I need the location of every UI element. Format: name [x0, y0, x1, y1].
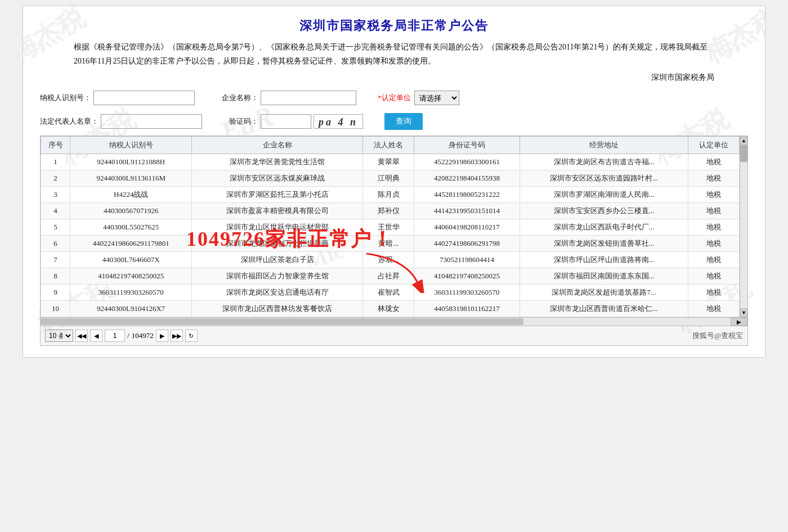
table-cell: 深圳市龙龙区美创万士拦坝善商 — [192, 236, 363, 252]
table-cell: 深圳市坪山区坪山街道路将南... — [520, 252, 688, 268]
header-row: 序号 纳税人识别号 企业名称 法人姓名 身份证号码 经营地址 认定单位 — [41, 137, 740, 154]
scroll-down-btn[interactable]: ▼ — [740, 308, 747, 317]
captcha-input[interactable] — [261, 114, 311, 129]
col-auth-unit: 认定单位 — [688, 137, 740, 154]
page-size-select[interactable]: 10 条 — [45, 330, 73, 342]
taxpayer-id-group: 纳税人识别号： — [40, 91, 195, 105]
next-page-btn[interactable]: ▶ — [156, 330, 168, 342]
table-cell: 360311199303260570 — [414, 285, 520, 301]
table-cell: 林珑女 — [363, 301, 414, 317]
table-cell: H4224战战 — [70, 187, 192, 203]
table-row: 292440300L91136116M深圳市安区区远东煤炭麻球战江明典42082… — [41, 170, 740, 187]
table-cell: 92440100L91121088H — [70, 154, 192, 170]
table-cell: 黄翠翠 — [363, 154, 414, 170]
table-cell: 地税 — [688, 219, 740, 236]
auth-unit-select[interactable]: 请选择 — [414, 91, 459, 105]
last-page-btn[interactable]: ▶▶ — [171, 330, 183, 342]
auth-unit-group: *认定单位 请选择 — [378, 91, 459, 105]
prev-page-btn[interactable]: ◀ — [90, 330, 102, 342]
verification-label: 验证码： — [229, 116, 258, 127]
table-cell: 7 — [41, 252, 70, 268]
table-cell: 92440300L91136116M — [70, 170, 192, 187]
first-page-btn[interactable]: ◀◀ — [75, 330, 88, 342]
table-cell: 地税 — [688, 268, 740, 285]
table-cell: 地税 — [688, 301, 740, 317]
page-title: 深圳市国家税务局非正常户公告 — [40, 17, 748, 34]
horizontal-scrollbar[interactable]: ▶ — [41, 317, 747, 326]
title-section: 深圳市国家税务局非正常户公告 根据《税务登记管理办法》（国家税务总局令第7号）、… — [40, 17, 748, 83]
table-cell: 440300567071926 — [70, 203, 192, 219]
table-cell: 深圳市龙岗区安达启通电话有厅 — [192, 285, 363, 301]
vertical-scrollbar[interactable]: ▲ ▼ — [740, 136, 747, 317]
auth-unit-label: *认定单位 — [378, 93, 411, 103]
table-cell: 地税 — [688, 203, 740, 219]
col-id-num: 身份证号码 — [414, 137, 520, 154]
h-scroll-right-btn[interactable]: ▶ — [731, 318, 747, 326]
verification-group: 验证码： pa 4 n — [229, 114, 363, 129]
table-body: 192440100L91121088H深圳市龙华区善觉觉性生活馆黄翠翠45222… — [41, 154, 740, 317]
table-cell: 地税 — [688, 170, 740, 187]
legal-rep-input[interactable] — [101, 114, 202, 129]
h-scroll-track — [41, 318, 731, 326]
query-button[interactable]: 查询 — [384, 113, 423, 130]
company-name-input[interactable] — [261, 91, 356, 105]
table-cell: 深圳市龙岗区发钮街道善草社... — [520, 236, 688, 252]
table-cell: 深圳市安区区远东街道园路叶村... — [520, 170, 688, 187]
company-name-group: 企业名称： — [222, 91, 356, 105]
table-cell: 黄暗... — [363, 236, 414, 252]
table-cell: 10 — [41, 301, 70, 317]
sohu-badge: 搜狐号@查税宝 — [692, 331, 743, 341]
data-table-container: 序号 纳税人识别号 企业名称 法人姓名 身份证号码 经营地址 认定单位 1924… — [40, 136, 748, 326]
table-row: 3H4224战战深圳市罗湖区茹托三及第小托店陈月贞445281198005231… — [41, 187, 740, 203]
table-cell: 地税 — [688, 252, 740, 268]
taxpayer-id-input[interactable] — [93, 91, 195, 105]
page-separator: / — [127, 331, 129, 340]
table-cell: 王世华 — [363, 219, 414, 236]
table-cell: 崔智武 — [363, 285, 414, 301]
table-row: 6440224198606291179801深圳市龙龙区美创万士拦坝善商黄暗..… — [41, 236, 740, 252]
table-cell: 深圳市福田区南国街道东东国... — [520, 268, 688, 285]
table-cell: 深圳市龙山区世跃华电运材营部 — [192, 219, 363, 236]
table-cell: 深圳市龙山区西普街道百米哈仁... — [520, 301, 688, 317]
company-name-label: 企业名称： — [222, 93, 258, 103]
total-pages: 104972 — [132, 331, 154, 340]
taxpayer-id-label: 纳税人识别号： — [40, 93, 91, 103]
table-cell: 420822198404155938 — [414, 170, 520, 187]
table-cell: 深圳市福田区占力智康堂养生馆 — [192, 268, 363, 285]
content-paragraph: 根据《税务登记管理办法》（国家税务总局令第7号）、《国家税务总局关于进一步完善税… — [74, 40, 714, 68]
scroll-thumb — [740, 145, 747, 162]
h-scroll-thumb — [41, 318, 523, 325]
table-cell: 440300L7646607X — [70, 252, 192, 268]
table-cell: 陈月贞 — [363, 187, 414, 203]
form-row-2: 法定代表人名章： 验证码： pa 4 n 查询 — [40, 113, 748, 130]
table-row: 5440300L55027625深圳市龙山区世跃华电运材营部王世华4406041… — [41, 219, 740, 236]
query-btn-group: 查询 — [384, 113, 423, 130]
refresh-btn[interactable]: ↻ — [185, 330, 198, 342]
col-address: 经营地址 — [520, 137, 688, 154]
scroll-up-btn[interactable]: ▲ — [740, 136, 747, 145]
table-cell: 440604198208110217 — [414, 219, 520, 236]
table-row: 7440300L7646607X深圳坪山区茶老白子店苏双...730521198… — [41, 252, 740, 268]
table-cell: 8 — [41, 268, 70, 285]
scroll-track — [740, 145, 747, 308]
table-cell: 占社昇 — [363, 268, 414, 285]
table-cell: 深圳市龙岗区布古街道古寺福... — [520, 154, 688, 170]
table-cell: 深圳坪山区茶老白子店 — [192, 252, 363, 268]
table-cell: 445281198005231222 — [414, 187, 520, 203]
table-cell: 440224198606291179801 — [70, 236, 192, 252]
legal-rep-label: 法定代表人名章： — [40, 116, 98, 127]
table-cell: 深圳市宝安区西乡办公三楼直... — [520, 203, 688, 219]
table-cell: 深圳而龙岗区发超街道筑基路7... — [520, 285, 688, 301]
table-cell: 1 — [41, 154, 70, 170]
table-row: 1092440300L9104126X7深圳市龙山区西普林坊发客餐饮店林珑女44… — [41, 301, 740, 317]
table-cell: 440274198606291798 — [414, 236, 520, 252]
table-cell: 地税 — [688, 187, 740, 203]
table-cell: 苏双... — [363, 252, 414, 268]
pagination-area: 10 条 ◀◀ ◀ / 104972 ▶ ▶▶ ↻ 搜狐号@查税宝 — [40, 326, 748, 346]
page-number-input[interactable] — [105, 330, 125, 342]
table-cell: 4 — [41, 203, 70, 219]
table-cell: 2 — [41, 170, 70, 187]
table-cell: 深圳市盈富丰精密模具有限公司 — [192, 203, 363, 219]
table-cell: 深圳市安区区远东煤炭麻球战 — [192, 170, 363, 187]
table-cell: 3 — [41, 187, 70, 203]
